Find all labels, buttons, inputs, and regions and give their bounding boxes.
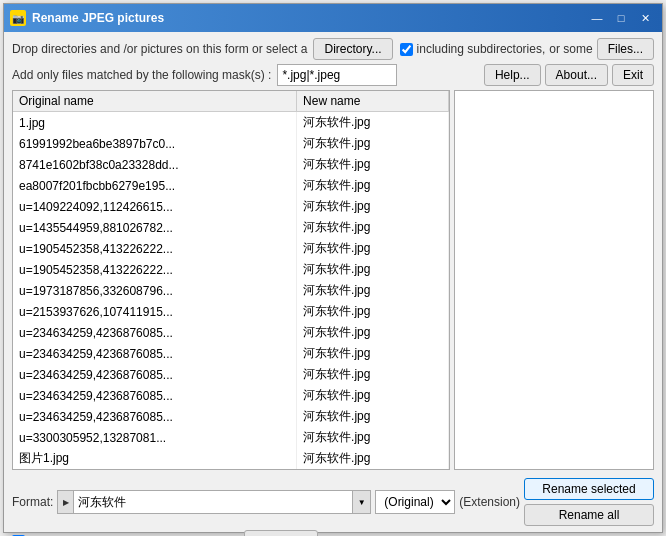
format-dropdown-button[interactable]: ▼ (352, 491, 370, 513)
table-row[interactable]: u=3300305952,13287081...河东软件.jpg (13, 427, 449, 448)
file-new-name: 河东软件.jpg (297, 448, 449, 469)
table-row[interactable]: u=234634259,4236876085...河东软件.jpg (13, 406, 449, 427)
table-row[interactable]: u=234634259,4236876085...河东软件.jpg (13, 343, 449, 364)
file-new-name: 河东软件.jpg (297, 154, 449, 175)
directory-button[interactable]: Directory... (313, 38, 392, 60)
file-original-name: u=234634259,4236876085... (13, 322, 297, 343)
mask-input[interactable] (277, 64, 397, 86)
maximize-button[interactable]: □ (610, 9, 632, 27)
file-new-name: 河东软件.jpg (297, 427, 449, 448)
file-original-name: u=1905452358,413226222... (13, 238, 297, 259)
main-area: Original name New name 1.jpg河东软件.jpg6199… (12, 90, 654, 470)
file-new-name: 河东软件.jpg (297, 112, 449, 134)
file-new-name: 河东软件.jpg (297, 364, 449, 385)
format-label: Format: (12, 495, 53, 509)
extension-label: (Extension) (459, 495, 520, 509)
main-window: 📷 Rename JPEG pictures — □ ✕ Drop direct… (3, 3, 663, 533)
col-new: New name (297, 91, 449, 112)
title-bar: 📷 Rename JPEG pictures — □ ✕ (4, 4, 662, 32)
help-button[interactable]: Help... (484, 64, 541, 86)
format-input-container: ▶ ▼ (57, 490, 371, 514)
file-original-name: ea8007f201fbcbb6279e195... (13, 175, 297, 196)
toolbar-right: including subdirectories, or some Files.… (400, 38, 654, 60)
table-row[interactable]: ea8007f201fbcbb6279e195...河东软件.jpg (13, 175, 449, 196)
file-original-name: 1.jpg (13, 112, 297, 134)
rename-buttons-col: Rename selected Rename all (524, 478, 654, 526)
window-title: Rename JPEG pictures (32, 11, 164, 25)
file-table-body: 1.jpg河东软件.jpg61991992bea6be3897b7c0...河东… (13, 112, 449, 470)
table-row[interactable]: u=234634259,4236876085...河东软件.jpg (13, 364, 449, 385)
file-new-name: 河东软件.jpg (297, 343, 449, 364)
title-bar-buttons: — □ ✕ (586, 9, 656, 27)
file-original-name: u=1409224092,112426615... (13, 196, 297, 217)
toolbar-right-2: Help... About... Exit (484, 64, 654, 86)
file-new-name: 河东软件.jpg (297, 259, 449, 280)
table-row[interactable]: u=1409224092,112426615...河东软件.jpg (13, 196, 449, 217)
format-play-button[interactable]: ▶ (58, 491, 74, 513)
file-original-name: 8741e1602bf38c0a23328dd... (13, 154, 297, 175)
file-original-name: u=1973187856,332608796... (13, 280, 297, 301)
title-bar-left: 📷 Rename JPEG pictures (10, 10, 164, 26)
table-row[interactable]: u=234634259,4236876085...河东软件.jpg (13, 385, 449, 406)
mask-label: Add only files matched by the following … (12, 68, 271, 82)
file-table: Original name New name 1.jpg河东软件.jpg6199… (13, 91, 449, 469)
bottom-row: Use date and time in picture Options... (12, 530, 654, 536)
file-original-name: u=234634259,4236876085... (13, 364, 297, 385)
drop-text: Drop directories and /or pictures on thi… (12, 42, 307, 56)
original-select[interactable]: (Original) (375, 490, 455, 514)
table-header-row: Original name New name (13, 91, 449, 112)
file-original-name: 61991992bea6be3897b7c0... (13, 133, 297, 154)
file-new-name: 河东软件.jpg (297, 196, 449, 217)
rename-buttons: Rename selected Rename all (524, 478, 654, 526)
preview-area (454, 90, 654, 470)
file-new-name: 河东软件.jpg (297, 238, 449, 259)
file-original-name: u=234634259,4236876085... (13, 343, 297, 364)
table-row[interactable]: 图片1.jpg河东软件.jpg (13, 448, 449, 469)
window-content: Drop directories and /or pictures on thi… (4, 32, 662, 536)
file-new-name: 河东软件.jpg (297, 406, 449, 427)
bottom-controls: Format: ▶ ▼ (Original) (Extension) Renam… (12, 474, 654, 536)
format-row: Format: ▶ ▼ (Original) (Extension) Renam… (12, 478, 654, 526)
file-original-name: u=3300305952,13287081... (13, 427, 297, 448)
about-button[interactable]: About... (545, 64, 608, 86)
file-new-name: 河东软件.jpg (297, 217, 449, 238)
rename-all-button[interactable]: Rename all (524, 504, 654, 526)
format-input[interactable] (74, 495, 352, 509)
toolbar-row-2: Add only files matched by the following … (12, 64, 654, 86)
table-row[interactable]: u=234634259,4236876085...河东软件.jpg (13, 322, 449, 343)
table-row[interactable]: 61991992bea6be3897b7c0...河东软件.jpg (13, 133, 449, 154)
exit-button[interactable]: Exit (612, 64, 654, 86)
file-original-name: u=234634259,4236876085... (13, 385, 297, 406)
file-list[interactable]: Original name New name 1.jpg河东软件.jpg6199… (12, 90, 450, 470)
table-row[interactable]: 1.jpg河东软件.jpg (13, 112, 449, 134)
app-icon: 📷 (10, 10, 26, 26)
rename-selected-button[interactable]: Rename selected (524, 478, 654, 500)
files-button[interactable]: Files... (597, 38, 654, 60)
table-row[interactable]: u=1905452358,413226222...河东软件.jpg (13, 238, 449, 259)
table-row[interactable]: u=1973187856,332608796...河东软件.jpg (13, 280, 449, 301)
file-new-name: 河东软件.jpg (297, 280, 449, 301)
file-new-name: 河东软件.jpg (297, 133, 449, 154)
file-original-name: u=2153937626,107411915... (13, 301, 297, 322)
close-button[interactable]: ✕ (634, 9, 656, 27)
including-subdirs-checkbox[interactable] (400, 43, 413, 56)
file-new-name: 河东软件.jpg (297, 385, 449, 406)
options-button[interactable]: Options... (244, 530, 317, 536)
file-new-name: 河东软件.jpg (297, 301, 449, 322)
file-new-name: 河东软件.jpg (297, 175, 449, 196)
toolbar-row-1: Drop directories and /or pictures on thi… (12, 38, 654, 60)
file-original-name: u=1905452358,413226222... (13, 259, 297, 280)
file-original-name: u=1435544959,881026782... (13, 217, 297, 238)
table-row[interactable]: u=1905452358,413226222...河东软件.jpg (13, 259, 449, 280)
right-panel (454, 90, 654, 470)
or-some-label: or some (549, 42, 592, 56)
minimize-button[interactable]: — (586, 9, 608, 27)
file-new-name: 河东软件.jpg (297, 322, 449, 343)
table-row[interactable]: u=2153937626,107411915...河东软件.jpg (13, 301, 449, 322)
file-original-name: 图片1.jpg (13, 448, 297, 469)
col-original: Original name (13, 91, 297, 112)
including-subdirs-label: including subdirectories, (417, 42, 546, 56)
table-row[interactable]: 8741e1602bf38c0a23328dd...河东软件.jpg (13, 154, 449, 175)
table-row[interactable]: u=1435544959,881026782...河东软件.jpg (13, 217, 449, 238)
file-original-name: u=234634259,4236876085... (13, 406, 297, 427)
